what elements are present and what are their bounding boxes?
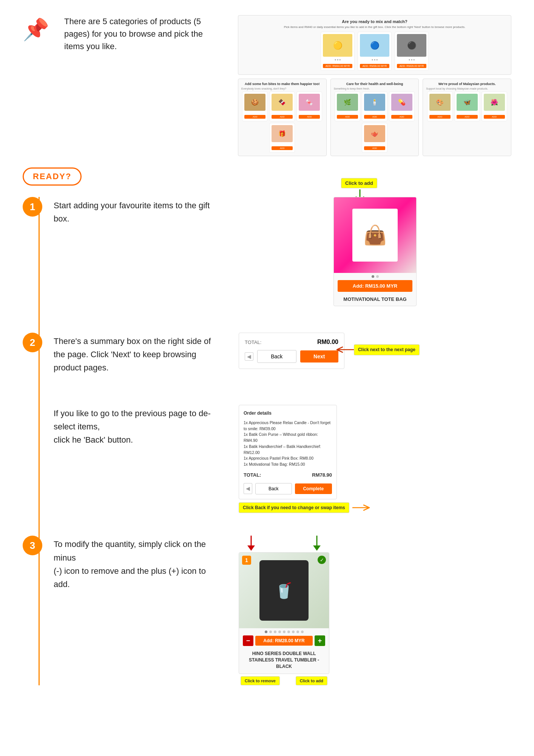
product-card-tote: 👜 Add: RM15.00 MYR MOTIVATIONAL TOTE BAG [333,197,417,306]
remove-callout-label: Click to remove [241,676,280,685]
step-3b: 3 To modify the quantity, simply click o… [23,536,511,685]
top-section: 📌 There are 5 categories of products (5 … [0,0,534,164]
category-screen-1: Add some fun bites to make them happier … [238,79,327,156]
step-2: 2 There's a summary box on the right sid… [23,333,511,375]
back-button-step2[interactable]: Back [257,350,296,363]
summary-box: TOTAL: RM0.00 ◀ Back Next Cli [239,333,344,369]
step-2-text: There's a summary box on the right side … [54,333,224,375]
click-next-callout: Click next to the next page [354,344,420,355]
check-icon: ✓ [318,556,326,564]
cat-screen-1-title: Add some fun bites to make them happier … [241,82,323,86]
step-1-circle: 1 [23,197,42,217]
intro-paragraph: There are 5 categories of products (5 pa… [64,17,203,51]
cat1-prod3: 🍬 ADD [296,91,322,121]
top-screen-subtitle: Pick items and RM40 or daily essential i… [242,25,507,29]
step-3b-number: 3 [30,540,35,552]
order-item-3: 1x Batik Handkerchief – Batik Handkerchi… [244,444,332,456]
dot-t6 [287,631,290,633]
step-3b-line1: To modify the quantity, simply click on … [54,538,224,564]
back-callout-area: Click Back if you need to change or swap… [239,502,371,513]
order-total-label: TOTAL: [244,471,261,479]
mock-add-btn-2[interactable]: ADD: RM38.00 MYR [360,64,389,68]
step-3a-content: If you like to go to the previous page t… [54,405,511,513]
mock-add-btn-3[interactable]: ADD: RM28.00 MYR [397,64,426,68]
cat1-add3[interactable]: ADD [299,115,320,119]
order-prev-arrow[interactable]: ◀ [244,483,252,494]
tumbler-add-button[interactable]: Add: RM28.00 MYR [255,636,313,646]
order-back-button[interactable]: Back [255,483,292,494]
next-button-step2[interactable]: Next [300,350,339,363]
category-screens-row: Add some fun bites to make them happier … [238,79,511,156]
arrow-down-red-icon [244,536,258,551]
cat1-add4[interactable]: ADD [272,146,293,150]
order-title: Order details [244,410,332,417]
summary-total-row: TOTAL: RM0.00 [245,339,338,345]
back-callout-label: Click Back if you need to change or swap… [239,502,349,513]
main-screen-mockup: Are you ready to mix and match? Pick ite… [238,15,511,75]
product-card-img-tote: 👜 [334,197,416,273]
top-screen-products: 🟡 ● ● ● ADD: RM44.00 MYR 🔵 ● ● ● ADD: RM… [242,32,507,71]
summary-buttons: ◀ Back Next [245,350,338,363]
cat3-add2[interactable]: ADD [457,115,478,119]
step-3a-line2: click he 'Back' button. [54,433,224,446]
mock-add-btn-1[interactable]: ADD: RM44.00 MYR [323,64,352,68]
cat-screen-3-sub: Support local by choosing Malaysian-made… [426,87,508,90]
cat2-add3[interactable]: ADD [391,115,412,119]
tote-add-button[interactable]: Add: RM15.00 MYR [338,280,412,292]
step-3b-visual: 1 ✓ 🥤 [239,536,329,685]
next-callout-area: Click next to the next page [335,344,420,355]
step-2-visual: TOTAL: RM0.00 ◀ Back Next Cli [239,333,344,369]
dot-t5 [283,631,286,633]
step-3a-visual: Order details 1x Apprecious Please Relax… [239,405,371,513]
order-item-2: 1x Batik Coin Purse – Without gold ribbo… [244,432,332,444]
step-3a-text: If you like to go to the previous page t… [54,405,224,447]
step-2-text-span: There's a summary box on the right side … [54,336,211,372]
order-total-row: TOTAL: RM78.90 [244,471,332,479]
cat1-add1[interactable]: ADD [244,115,265,119]
cat2-add4[interactable]: ADD [364,146,385,150]
cat-screen-2-title: Care for their health and well-being [334,82,416,86]
cat-screen-3-title: We're proud of Malaysian products. [426,82,508,86]
plus-button[interactable]: + [315,635,325,646]
step-1: 1 Start adding your favourite items to t… [23,197,511,310]
arrow-down-green-right-icon [310,536,324,551]
minus-button[interactable]: − [243,635,253,646]
pin-icon: 📌 [23,17,49,42]
step-3b-content: To modify the quantity, simply click on … [54,536,511,685]
product-dots-tote [334,273,416,280]
svg-marker-2 [313,545,321,551]
tote-bag-image: 👜 [352,209,398,262]
product-card-tumbler: 1 ✓ 🥤 [239,552,329,674]
cat1-prod2: 🍫 ADD [269,91,295,121]
cat3-prod3: 🌺 ADD [482,91,507,121]
order-item-4: 1x Apprecious Pastel Pink Box: RM8.00 [244,455,332,462]
tote-product-name: MOTIVATIONAL TOTE BAG [334,295,416,306]
cat-screen-2-sub: Something to keep them fresh. [334,87,416,90]
step3-arrows-area [239,536,329,551]
step3-callout-labels: Click to remove Click to add [239,676,329,685]
prev-arrow-icon[interactable]: ◀ [245,352,253,361]
order-total-value: RM78.90 [312,471,332,479]
cat3-add1[interactable]: ADD [429,115,451,119]
cat2-prod3: 💊 ADD [389,91,415,121]
step-3b-text: To modify the quantity, simply click on … [54,536,224,591]
step-2-content: There's a summary box on the right side … [54,333,511,375]
dot-t8 [296,631,299,633]
cat3-prod1: 🎨 ADD [427,91,453,121]
tumbler-product-name: HINO SERIES DOUBLE WALL STAINLESS TRAVEL… [239,649,329,673]
cat1-add2[interactable]: ADD [272,115,293,119]
svg-marker-1 [247,545,255,551]
order-complete-button[interactable]: Complete [295,483,332,494]
step-3a-line1: If you like to go to the previous page t… [54,407,224,433]
step-3b-circle: 3 [23,536,42,555]
cat2-add1[interactable]: ADD [337,115,358,119]
cat2-add2[interactable]: ADD [364,115,385,119]
quantity-badge: 1 [242,556,251,565]
dot-t1 [265,631,267,633]
cat2-prod1: 🌿 ADD [335,91,360,121]
mock-product-2: 🔵 ● ● ● ADD: RM38.00 MYR [358,32,392,71]
dot-1 [372,275,374,278]
cat3-add3[interactable]: ADD [484,115,505,119]
category-screen-2: Care for their health and well-being Som… [330,79,419,156]
cat-screen-1-sub: Everybody loves snacking, don't they? [241,87,323,90]
